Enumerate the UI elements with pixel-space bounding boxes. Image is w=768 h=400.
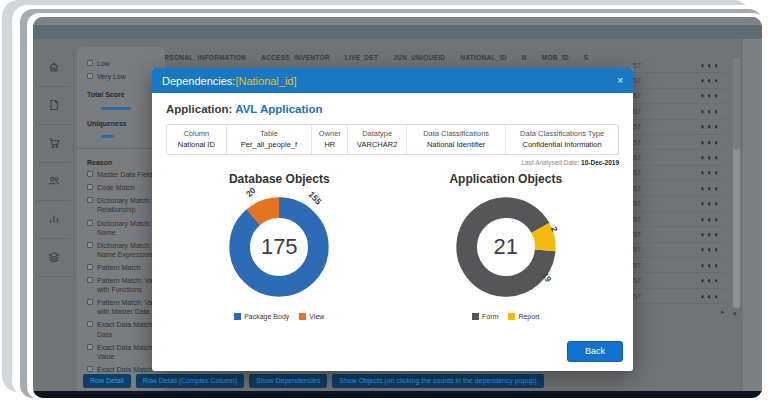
harvey-ball-indicators[interactable]: ◐◐◐ (701, 245, 726, 254)
application-objects-donut[interactable]: 21 2 19 (447, 188, 565, 306)
app-top-band (33, 17, 762, 25)
checkbox-icon[interactable] (87, 171, 93, 177)
background-table-rows: 57◐◐◐57◐◐◐57◐◐◐57◐◐◐57◐◐◐57◐◐◐57◐◐◐57◐◐◐… (633, 58, 725, 304)
harvey-ball-indicators[interactable]: ◐◐◐ (701, 276, 726, 285)
uniqueness-slider[interactable] (101, 135, 114, 138)
table-row[interactable]: 57◐◐◐ (633, 166, 725, 181)
checkbox-icon[interactable] (87, 366, 93, 372)
legend-report: Report (508, 313, 539, 320)
sidebar-item-layers[interactable] (37, 239, 71, 277)
table-row[interactable]: 57◐◐◐ (633, 197, 725, 212)
harvey-ball-indicators[interactable]: ◐◐◐ (701, 184, 726, 193)
checkbox-icon[interactable] (87, 60, 93, 66)
checkbox-icon[interactable] (87, 277, 93, 283)
sidebar-item-analytics[interactable] (37, 201, 71, 239)
sidebar-item-home[interactable] (37, 49, 71, 87)
checkbox-icon[interactable] (87, 344, 93, 350)
harvey-ball-indicators[interactable]: ◐◐◐ (701, 292, 726, 301)
harvey-ball-indicators[interactable]: ◐◐◐ (701, 138, 726, 147)
checkbox-item[interactable]: Exact Data Match: Data (87, 320, 160, 338)
table-row[interactable]: 57◐◐◐ (633, 135, 725, 150)
harvey-ball-indicators[interactable]: ◐◐◐ (701, 107, 726, 116)
legend-form: Form (472, 313, 498, 320)
table-row[interactable]: 57◐◐◐ (633, 227, 725, 242)
bottom-action-button[interactable]: Row Detail (83, 374, 131, 388)
table-row[interactable]: 57◐◐◐ (633, 73, 725, 88)
table-row[interactable]: 57◐◐◐ (633, 150, 725, 165)
modal-body: Application: AVL Application Column Nati… (152, 93, 633, 371)
checkbox-item[interactable]: Pattern Match: Vali with Master Data (87, 298, 160, 316)
checkbox-icon[interactable] (87, 220, 93, 226)
application-label: Application: (166, 103, 235, 115)
table-row[interactable]: 57◐◐◐ (633, 258, 725, 273)
row-value: 57 (633, 185, 655, 192)
table-row[interactable]: 57◐◐◐ (633, 289, 725, 304)
checkbox-item[interactable]: Dictionary Match: C Name (87, 219, 160, 237)
harvey-ball-indicators[interactable]: ◐◐◐ (701, 122, 726, 131)
checkbox-item[interactable]: Low (87, 59, 160, 68)
back-button[interactable]: Back (567, 341, 623, 362)
table-row[interactable]: 57◐◐◐ (633, 273, 725, 288)
checkbox-icon[interactable] (87, 184, 93, 190)
sidebar-item-users[interactable] (37, 163, 71, 201)
checkbox-icon[interactable] (87, 299, 93, 305)
checkbox-item[interactable]: Exact Data Match: Value (87, 343, 160, 361)
chart-title: Application Objects (449, 172, 562, 186)
table-row[interactable]: 57◐◐◐ (633, 120, 725, 135)
harvey-ball-indicators[interactable]: ◐◐◐ (701, 61, 726, 70)
checkbox-icon[interactable] (87, 264, 93, 270)
scroll-down-icon[interactable]: ▾ (733, 310, 737, 318)
home-icon (48, 59, 60, 77)
table-row[interactable]: 57◐◐◐ (633, 104, 725, 119)
table-row[interactable]: 57◐◐◐ (633, 89, 725, 104)
info-cell-classifications: Data Classifications National Identifier (406, 125, 505, 154)
checkbox-item[interactable]: Code Match (87, 183, 160, 192)
table-row[interactable]: 57◐◐◐ (633, 58, 725, 73)
table-row[interactable]: 57◐◐◐ (633, 243, 725, 258)
harvey-ball-indicators[interactable]: ◐◐◐ (701, 76, 726, 85)
checkbox-item[interactable]: Pattern Match (87, 263, 160, 272)
last-analysed-date: Last Analysed Date: 10-Dec-2019 (166, 159, 619, 166)
bottom-action-button[interactable]: Show Objects (on clicking the counts in … (332, 374, 543, 388)
harvey-ball-indicators[interactable]: ◐◐◐ (701, 91, 726, 100)
checkbox-item[interactable]: Pattern Match: Vali with Functions (87, 276, 160, 294)
scroll-right-icon[interactable]: ▸ (721, 308, 725, 316)
bar-chart-icon (48, 211, 60, 229)
modal-title-column: [National_id] (235, 75, 296, 87)
bottom-action-button[interactable]: Row Detail (Complex Column) (136, 374, 244, 388)
database-objects-donut[interactable]: 175 20 155 (220, 188, 338, 306)
harvey-ball-indicators[interactable]: ◐◐◐ (701, 261, 726, 270)
checkbox-icon[interactable] (87, 242, 93, 248)
harvey-ball-indicators[interactable]: ◐◐◐ (701, 168, 726, 177)
donut-total[interactable]: 21 (447, 188, 565, 306)
chart-title: Database Objects (229, 172, 330, 186)
table-row[interactable]: 57◐◐◐ (633, 181, 725, 196)
total-score-slider[interactable] (101, 107, 131, 110)
harvey-ball-indicators[interactable]: ◐◐◐ (701, 230, 726, 239)
checkbox-item[interactable]: Dictionary Match: C Name Expression (87, 241, 160, 259)
checkbox-item[interactable]: Dictionary Match: Relationship (87, 196, 160, 214)
bottom-action-button[interactable]: Show Dependencies (249, 374, 327, 388)
donut-total[interactable]: 175 (220, 188, 338, 306)
checkbox-icon[interactable] (87, 73, 93, 79)
chart-legend: Form Report (472, 313, 539, 320)
scrollbar-thumb[interactable] (733, 58, 740, 150)
sidebar-item-documents[interactable] (37, 87, 71, 125)
row-value: 57 (633, 123, 655, 130)
checkbox-icon[interactable] (87, 197, 93, 203)
row-value: 57 (633, 92, 655, 99)
charts-row: Database Objects 175 20 155 Package Body… (166, 166, 619, 320)
row-value: 57 (633, 277, 655, 284)
legend-swatch (234, 313, 241, 320)
vertical-scrollbar[interactable] (733, 58, 740, 308)
checkbox-icon[interactable] (87, 321, 93, 327)
checkbox-item[interactable]: Master Data Field (87, 170, 160, 179)
checkbox-item[interactable]: Very Low (87, 72, 160, 81)
harvey-ball-indicators[interactable]: ◐◐◐ (701, 215, 726, 224)
close-icon[interactable]: × (617, 76, 623, 86)
harvey-ball-indicators[interactable]: ◐◐◐ (701, 199, 726, 208)
harvey-ball-indicators[interactable]: ◐◐◐ (701, 153, 726, 162)
table-row[interactable]: 57◐◐◐ (633, 212, 725, 227)
header-fragment: S (584, 54, 589, 61)
sidebar-item-cart[interactable] (37, 125, 71, 163)
